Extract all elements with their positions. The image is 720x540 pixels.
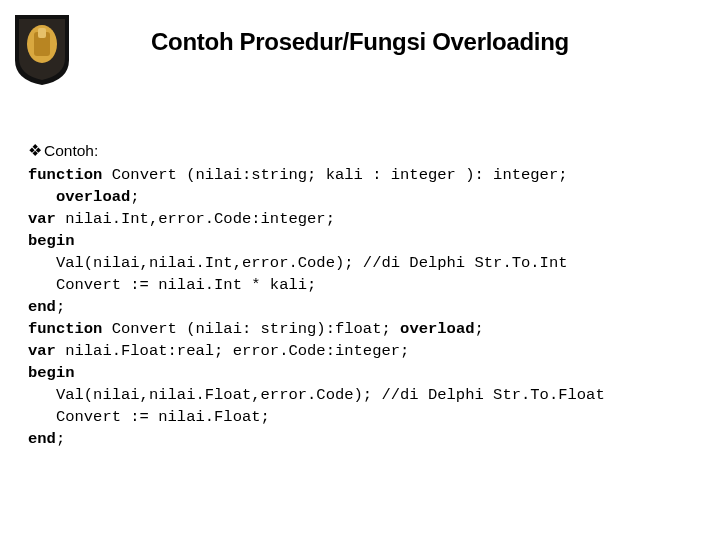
code-text: Convert := nilai.Float;	[28, 408, 270, 426]
kw-begin-1: begin	[28, 232, 75, 250]
code-text: Convert := nilai.Int * kali;	[28, 276, 316, 294]
kw-end-1: end	[28, 298, 56, 316]
code-text: Val(nilai,nilai.Int,error.Code); //di De…	[28, 254, 568, 272]
bullet-label: Contoh:	[44, 142, 98, 159]
kw-begin-2: begin	[28, 364, 75, 382]
code-text: Convert (nilai:string; kali : integer ):…	[102, 166, 567, 184]
kw-end-2: end	[28, 430, 56, 448]
code-block: function Convert (nilai:string; kali : i…	[28, 164, 700, 450]
code-text: ;	[56, 298, 65, 316]
code-text: ;	[130, 188, 139, 206]
kw-overload-2: overload	[400, 320, 474, 338]
kw-overload-1: overload	[28, 188, 130, 206]
kw-var-2: var	[28, 342, 56, 360]
slide-title: Contoh Prosedur/Fungsi Overloading	[0, 28, 720, 56]
diamond-bullet-icon: ❖	[28, 140, 38, 162]
code-text: nilai.Int,error.Code:integer;	[56, 210, 335, 228]
slide-body: ❖Contoh: function Convert (nilai:string;…	[28, 140, 700, 450]
code-text: ;	[475, 320, 484, 338]
code-text: Convert (nilai: string):float;	[102, 320, 400, 338]
kw-function-1: function	[28, 166, 102, 184]
code-text: ;	[56, 430, 65, 448]
code-text: Val(nilai,nilai.Float,error.Code); //di …	[28, 386, 605, 404]
kw-var-1: var	[28, 210, 56, 228]
code-text: nilai.Float:real; error.Code:integer;	[56, 342, 409, 360]
bullet-item: ❖Contoh:	[28, 140, 700, 162]
kw-function-2: function	[28, 320, 102, 338]
